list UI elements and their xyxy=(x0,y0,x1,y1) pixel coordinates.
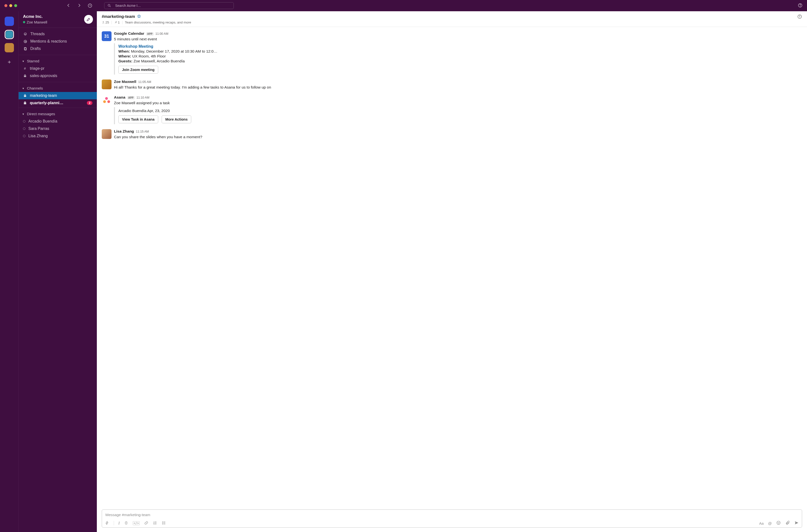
strikethrough-button[interactable] xyxy=(124,521,128,526)
workspace-header[interactable]: Acme Inc. Zoe Maxwell xyxy=(19,11,97,28)
italic-button[interactable]: I xyxy=(118,521,120,526)
paperclip-icon xyxy=(785,520,790,525)
bullet-list-button[interactable] xyxy=(162,521,166,526)
svg-point-18 xyxy=(779,522,780,523)
mentions-icon xyxy=(23,39,27,43)
workspace-switcher-item-active[interactable] xyxy=(5,30,14,39)
sidebar-section-channels[interactable]: ▼ Channels xyxy=(19,84,97,92)
compose-button[interactable] xyxy=(84,15,93,24)
channel-label: triage-pr xyxy=(30,66,44,71)
user-avatar[interactable] xyxy=(102,79,112,89)
workspace-switcher-item[interactable] xyxy=(5,17,14,26)
sidebar-threads[interactable]: Threads xyxy=(19,30,97,38)
message-sender[interactable]: Asana xyxy=(114,95,126,99)
person-icon xyxy=(102,21,105,24)
channel-label: sales-approvals xyxy=(30,74,57,78)
formatting-button[interactable]: Aa xyxy=(759,521,764,526)
presence-away-icon xyxy=(23,120,25,122)
sidebar: Acme Inc. Zoe Maxwell Threads Mentions &… xyxy=(19,11,97,532)
close-window-icon[interactable] xyxy=(4,4,7,7)
section-label: Channels xyxy=(27,86,43,91)
sidebar-mentions-label: Mentions & reactions xyxy=(30,39,67,43)
dm-lisa-zhang[interactable]: Lisa Zhang xyxy=(19,132,97,140)
emoji-icon xyxy=(776,520,781,525)
message-timestamp: 11:00 AM xyxy=(155,32,169,36)
caret-down-icon: ▼ xyxy=(22,113,24,115)
message-sender[interactable]: Google Calendar xyxy=(114,31,144,36)
svg-point-9 xyxy=(103,21,104,22)
main-pane: #marketing-team 25 1 Team discussions, m… xyxy=(97,11,807,532)
search-placeholder: Search Acme I… xyxy=(115,4,141,7)
ordered-list-button[interactable] xyxy=(153,521,157,526)
forward-button[interactable] xyxy=(77,3,82,8)
history-button[interactable] xyxy=(88,3,93,8)
send-button[interactable] xyxy=(794,520,799,526)
emoji-button[interactable] xyxy=(776,520,781,526)
send-icon xyxy=(794,520,799,525)
sidebar-section-dms[interactable]: ▼ Direct messages xyxy=(19,110,97,118)
lock-icon: 🔒︎ xyxy=(23,101,27,105)
pin-count[interactable]: 1 xyxy=(114,21,120,24)
channel-header: #marketing-team 25 1 Team discussions, m… xyxy=(97,11,807,27)
sidebar-mentions[interactable]: Mentions & reactions xyxy=(19,38,97,45)
topbar: Search Acme I… xyxy=(0,0,807,11)
channel-marketing-team[interactable]: 🔒︎ marketing-team xyxy=(19,92,97,99)
more-actions-button[interactable]: More Actions xyxy=(162,115,191,123)
message-item: Asana APP 11:10 AM Zoe Maxwell assigned … xyxy=(100,93,804,127)
add-workspace-button[interactable]: ＋ xyxy=(6,58,12,65)
channel-topic[interactable]: Team discussions, meeting recaps, and mo… xyxy=(125,21,191,24)
lock-icon: 🔒︎ xyxy=(23,94,27,98)
channel-triage-pr[interactable]: # triage-pr xyxy=(19,65,97,72)
join-zoom-button[interactable]: Join Zoom meeting xyxy=(118,66,158,74)
search-input[interactable]: Search Acme I… xyxy=(104,2,234,9)
message-attachment: Arcadio Buendía Apr, 23, 2020 View Task … xyxy=(114,107,194,124)
mention-button[interactable]: @ xyxy=(768,521,772,526)
dm-label: Sara Parras xyxy=(28,127,49,131)
message-attachment: Workshop Meeting When: Monday, December … xyxy=(114,43,217,75)
channel-label: quarterly-planni… xyxy=(30,101,63,105)
minimize-window-icon[interactable] xyxy=(9,4,12,7)
channel-quarterly-planning[interactable]: 🔒︎ quarterly-planni… 2 xyxy=(19,99,97,107)
composer-input[interactable] xyxy=(105,512,799,519)
caret-down-icon: ▼ xyxy=(22,87,24,90)
message-composer[interactable]: I </> Aa @ xyxy=(102,510,802,528)
svg-point-3 xyxy=(800,6,801,6)
channel-title[interactable]: #marketing-team xyxy=(102,14,135,19)
message-list[interactable]: 31 Google Calendar APP 11:00 AM 5 minute… xyxy=(97,27,807,510)
user-avatar[interactable] xyxy=(102,129,112,139)
app-badge: APP xyxy=(146,32,153,36)
channel-sales-approvals[interactable]: 🔒︎ sales-approvals xyxy=(19,72,97,79)
lock-icon: 🔒︎ xyxy=(23,74,27,78)
window-controls xyxy=(4,4,17,7)
sidebar-drafts[interactable]: Drafts xyxy=(19,45,97,52)
help-button[interactable] xyxy=(798,3,803,8)
svg-point-5 xyxy=(24,40,26,42)
code-button[interactable]: </> xyxy=(133,521,140,525)
message-sender[interactable]: Zoe Maxwell xyxy=(114,79,136,84)
maximize-window-icon[interactable] xyxy=(14,4,17,7)
attach-button[interactable] xyxy=(785,520,790,526)
link-button[interactable] xyxy=(144,521,149,526)
presence-away-icon xyxy=(23,128,25,130)
app-avatar-google-calendar: 31 xyxy=(102,31,112,41)
workspace-name: Acme Inc. xyxy=(23,14,47,19)
message-sender[interactable]: Lisa Zhang xyxy=(114,129,134,134)
sidebar-drafts-label: Drafts xyxy=(30,46,41,51)
section-label: Starred xyxy=(27,59,39,63)
channel-details-button[interactable] xyxy=(797,14,802,20)
message-timestamp: 11:10 AM xyxy=(136,96,149,99)
attachment-title[interactable]: Workshop Meeting xyxy=(118,44,217,49)
message-text: Hi all! Thanks for a great meeting today… xyxy=(114,84,271,90)
dm-arcadio-buendia[interactable]: Arcadio Buendía xyxy=(19,118,97,125)
view-task-button[interactable]: View Task in Asana xyxy=(118,115,158,123)
workspace-switcher-item[interactable] xyxy=(5,43,14,52)
star-channel-button[interactable] xyxy=(137,14,141,19)
message-text: Zoe Maxwell assigned you a task xyxy=(114,100,194,106)
dm-sara-parras[interactable]: Sara Parras xyxy=(19,125,97,132)
shortcuts-button[interactable] xyxy=(105,521,109,526)
back-button[interactable] xyxy=(66,3,71,8)
svg-point-17 xyxy=(777,522,778,523)
search-icon xyxy=(107,4,111,7)
member-count[interactable]: 25 xyxy=(102,21,109,24)
sidebar-section-starred[interactable]: ▼ Starred xyxy=(19,57,97,65)
